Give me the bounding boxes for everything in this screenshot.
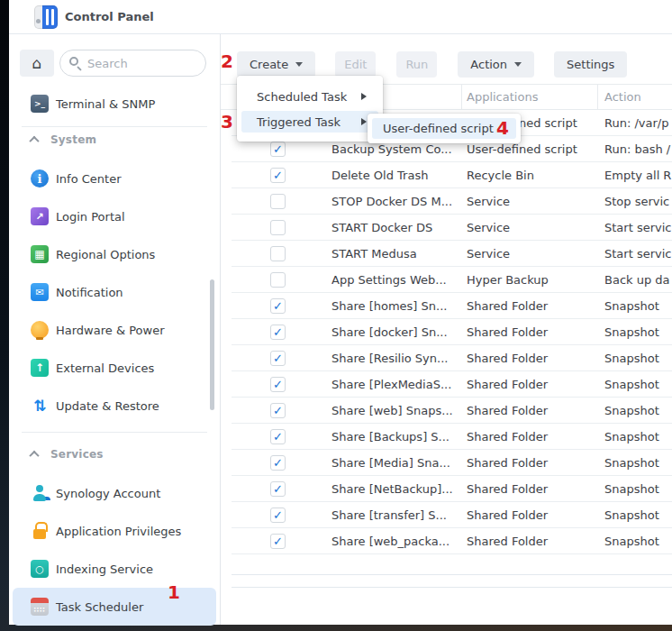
task-name-cell: Backup System Co... xyxy=(331,142,462,156)
sidebar-item-regional-options[interactable]: Regional Options xyxy=(13,235,216,273)
regional-options-icon xyxy=(31,245,49,263)
lock-icon xyxy=(31,522,49,540)
sidebar-scrollbar[interactable] xyxy=(210,279,214,410)
row-checkbox[interactable] xyxy=(270,220,286,235)
table-row: Share [transfer] S...Shared FolderSnapsh… xyxy=(232,502,672,528)
sidebar-item-synology-account[interactable]: Synology Account xyxy=(13,474,216,512)
table-row: Share [homes] Sn...Shared FolderSnapshot xyxy=(232,293,672,319)
window-titlebar: Control Panel xyxy=(9,0,672,34)
table-row: Delete Old TrashRecycle BinEmpty all R xyxy=(232,162,672,188)
task-name-cell: Share [PlexMediaS... xyxy=(331,378,462,391)
notification-icon xyxy=(31,283,49,301)
action-cell: Back up da xyxy=(604,273,672,287)
section-label: Services xyxy=(50,448,104,461)
annotation-3: 3 xyxy=(221,112,233,132)
table-row: Share [web] Snaps...Shared FolderSnapsho… xyxy=(232,398,672,424)
application-cell: Shared Folder xyxy=(467,299,593,313)
table-row: Share [PlexMediaS...Shared FolderSnapsho… xyxy=(232,371,672,398)
sidebar-item-label: Terminal & SNMP xyxy=(56,97,155,111)
list-footer-line xyxy=(232,574,672,575)
sidebar-item-hardware-power[interactable]: Hardware & Power xyxy=(13,311,216,349)
column-header-applications[interactable]: Applications xyxy=(467,85,538,109)
toolbar-settings-button[interactable]: Settings xyxy=(554,51,627,78)
sidebar-item-update-restore[interactable]: Update & Restore xyxy=(13,387,216,425)
row-checkbox[interactable] xyxy=(270,429,286,444)
submenu-item-user-defined-script[interactable]: User-defined script xyxy=(372,118,516,139)
row-checkbox[interactable] xyxy=(270,377,286,392)
sidebar-item-label: Synology Account xyxy=(56,487,160,500)
sidebar-item-label: Application Privileges xyxy=(56,525,181,538)
sidebar-item-label: Info Center xyxy=(56,172,122,186)
sidebar-item-label: Update & Restore xyxy=(56,399,159,413)
search-box xyxy=(59,50,206,77)
column-header-action[interactable]: Action xyxy=(604,85,641,109)
menu-item-triggered-task[interactable]: Triggered Task xyxy=(241,111,378,133)
toolbar: CreateEditRunActionSettings xyxy=(237,51,647,78)
row-checkbox[interactable] xyxy=(270,351,286,366)
action-cell: Stop servic xyxy=(604,195,672,208)
application-cell: Shared Folder xyxy=(467,508,593,522)
sidebar-item-indexing-service[interactable]: Indexing Service xyxy=(13,550,216,588)
row-checkbox[interactable] xyxy=(270,455,286,471)
sidebar-item-notification[interactable]: Notification xyxy=(13,273,216,311)
task-name-cell: Share [Backups] S... xyxy=(331,430,462,444)
button-label: Run xyxy=(405,58,428,71)
lightbulb-icon xyxy=(31,321,49,339)
home-button[interactable]: ⌂ xyxy=(20,50,54,77)
row-checkbox[interactable] xyxy=(270,168,286,183)
table-row: App Settings Web...Hyper BackupBack up d… xyxy=(232,267,672,293)
action-cell: Snapshot xyxy=(604,299,672,313)
sidebar-item-terminal-snmp[interactable]: Terminal & SNMP xyxy=(13,88,216,119)
task-list: User-defined scriptRun: /var/pBackup Sys… xyxy=(221,110,672,554)
row-checkbox[interactable] xyxy=(270,508,286,523)
application-cell: Recycle Bin xyxy=(467,169,593,182)
toolbar-run-button[interactable]: Run xyxy=(396,51,437,78)
toolbar-action-button[interactable]: Action xyxy=(458,51,534,78)
search-input[interactable] xyxy=(59,50,206,77)
application-cell: Shared Folder xyxy=(467,325,593,339)
chevron-up-icon xyxy=(29,136,39,146)
info-center-icon xyxy=(31,169,49,187)
row-checkbox[interactable] xyxy=(270,298,286,314)
sidebar-item-info-center[interactable]: Info Center xyxy=(13,160,216,197)
row-checkbox[interactable] xyxy=(270,534,286,549)
table-row: START Docker DSServiceStart servic xyxy=(232,215,672,241)
table-row: Share [web_packa...Shared FolderSnapshot xyxy=(232,528,672,554)
toolbar-create-button[interactable]: Create xyxy=(237,51,315,78)
task-name-cell: Share [Media] Sna... xyxy=(331,456,462,470)
application-cell: Hyper Backup xyxy=(467,273,593,287)
sidebar: ⌂ Terminal & SNMPSystemInfo CenterLogin … xyxy=(9,34,221,625)
section-header-system[interactable]: System xyxy=(9,127,220,152)
table-row: Share [Media] Sna...Shared FolderSnapsho… xyxy=(232,450,672,476)
task-name-cell: START Docker DS xyxy=(331,221,462,234)
row-checkbox[interactable] xyxy=(270,194,286,209)
row-checkbox[interactable] xyxy=(270,481,286,497)
control-panel-window: Control Panel ⌂ Terminal & SNMPSystemInf… xyxy=(0,0,672,631)
section-header-services[interactable]: Services xyxy=(9,442,220,467)
application-cell: Service xyxy=(467,247,593,261)
sidebar-item-login-portal[interactable]: Login Portal xyxy=(13,197,216,235)
row-checkbox[interactable] xyxy=(270,325,286,340)
row-checkbox[interactable] xyxy=(270,272,286,288)
row-checkbox[interactable] xyxy=(270,403,286,418)
task-name-cell: Share [homes] Sn... xyxy=(331,299,462,313)
action-cell: Empty all R xyxy=(604,169,672,182)
sidebar-item-label: Regional Options xyxy=(56,248,155,261)
menu-item-scheduled-task[interactable]: Scheduled Task xyxy=(241,86,378,107)
terminal-icon xyxy=(31,95,49,113)
menu-item-label: Scheduled Task xyxy=(257,90,347,104)
action-cell: Snapshot xyxy=(604,482,672,496)
sidebar-item-task-scheduler[interactable]: Task Scheduler xyxy=(13,588,216,626)
annotation-4: 4 xyxy=(496,118,509,138)
action-cell: Snapshot xyxy=(604,352,672,365)
action-cell: Snapshot xyxy=(604,404,672,417)
task-name-cell: Delete Old Trash xyxy=(331,169,462,182)
sidebar-item-external-devices[interactable]: External Devices xyxy=(13,349,216,387)
toolbar-edit-button[interactable]: Edit xyxy=(335,51,376,78)
row-checkbox[interactable] xyxy=(270,142,286,157)
table-row: START MedusaServiceStart servic xyxy=(232,241,672,267)
sidebar-item-application-privileges[interactable]: Application Privileges xyxy=(13,512,216,550)
row-checkbox[interactable] xyxy=(270,246,286,261)
application-cell: User-defined script xyxy=(467,142,593,156)
header-divider xyxy=(597,85,598,109)
